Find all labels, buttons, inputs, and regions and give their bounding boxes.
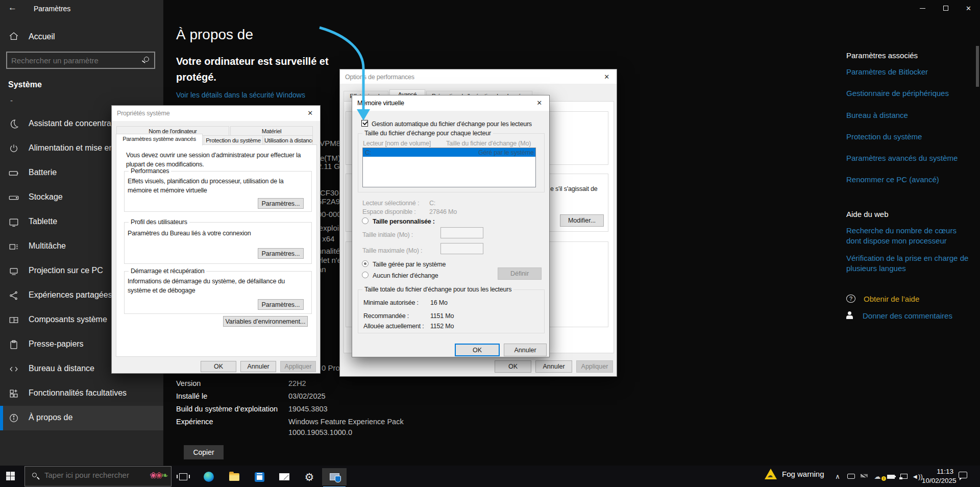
drive-row-selected[interactable]: C: Géré par le système — [363, 148, 535, 157]
spec-value: 19045.3803 — [288, 405, 328, 413]
custom-size-radio[interactable] — [362, 217, 369, 224]
cancel-button[interactable]: Annuler — [240, 361, 276, 372]
close-icon[interactable]: ✕ — [536, 99, 542, 107]
related-link-2[interactable]: Bureau à distance — [846, 110, 971, 120]
taskbar-search-input[interactable] — [44, 471, 136, 479]
system-managed-label[interactable]: Taille gérée par le système — [373, 260, 446, 269]
task-view-button[interactable] — [171, 468, 195, 485]
recommended-label: Recommandée : — [363, 311, 409, 321]
auto-manage-label[interactable]: Gestion automatique du fichier d'échange… — [372, 119, 532, 129]
back-icon[interactable]: ← — [8, 3, 17, 13]
muted-device-icon[interactable] — [857, 473, 871, 480]
sidebar-item-label: Bureau à distance — [29, 364, 94, 373]
close-icon[interactable]: ✕ — [307, 109, 313, 117]
no-paging-file-radio[interactable] — [362, 272, 369, 278]
clipped-text-fragment: ylet n'e — [317, 256, 341, 264]
system-managed-radio[interactable] — [362, 260, 369, 267]
help-link-1[interactable]: Vérification de la prise en charge de pl… — [846, 253, 971, 274]
network-icon[interactable] — [897, 473, 911, 480]
related-link-0[interactable]: Paramètres de Bitlocker — [846, 67, 971, 77]
weather-text: Fog warning — [782, 470, 824, 478]
column-header-size: Taille du fichier d'échange (Mo) — [446, 139, 531, 148]
copy-button[interactable]: Copier — [184, 445, 224, 459]
security-details-link[interactable]: Voir les détails dans la sécurité Window… — [176, 91, 305, 99]
tray-chevron-icon[interactable]: ∧ — [831, 473, 844, 480]
scrollbar-thumb[interactable] — [976, 46, 979, 87]
edge-button[interactable] — [197, 468, 221, 485]
set-button: Définir — [498, 267, 542, 280]
sidebar-item-info[interactable]: À propos de — [0, 406, 163, 430]
settings-search-input[interactable] — [11, 54, 134, 66]
spec-value: Windows Feature Experience Pack — [288, 418, 404, 426]
related-link-4[interactable]: Paramètres avancés du système — [846, 153, 971, 163]
max-size-field — [440, 243, 483, 254]
tab-hardware[interactable]: Matériel — [230, 126, 313, 136]
mail-button[interactable] — [272, 468, 297, 485]
system-properties-titlebar[interactable]: Propriétés système ✕ — [112, 106, 320, 121]
system-app-icon — [330, 473, 339, 480]
clock[interactable]: 11:13 10/02/2025 — [922, 467, 953, 485]
virtual-memory-titlebar[interactable]: Mémoire virtuelle ✕ — [352, 95, 549, 111]
ok-button[interactable]: OK — [201, 361, 236, 372]
settings-button[interactable]: ⚙ — [297, 468, 322, 485]
action-center-icon[interactable] — [959, 472, 967, 478]
related-settings-panel: Paramètres associésParamètres de Bitlock… — [846, 51, 971, 328]
taskbar-search-box[interactable]: ❀❀❧ — [24, 466, 172, 486]
performance-options-titlebar[interactable]: Options de performances ✕ — [340, 69, 617, 84]
onedrive-alert-icon[interactable]: ☁! — [871, 473, 884, 480]
weather-widget[interactable]: ☁ Fog warning — [765, 469, 824, 479]
no-paging-file-label[interactable]: Aucun fichier d'échange — [373, 271, 438, 280]
related-link-1[interactable]: Gestionnaire de périphériques — [846, 88, 971, 99]
related-link-3[interactable]: Protection du système — [846, 132, 971, 142]
window-controls: ✕ — [911, 0, 980, 16]
battery-icon[interactable] — [884, 473, 897, 480]
maximize-button[interactable] — [934, 0, 957, 16]
environment-variables-button[interactable]: Variables d'environnement... — [223, 316, 308, 327]
user-profiles-settings-button[interactable]: Paramètres... — [258, 248, 304, 259]
tab-system-protection[interactable]: Protection du système — [204, 135, 263, 145]
start-button[interactable] — [6, 472, 15, 480]
paging-file-group: Taille du fichier d'échange pour chaque … — [358, 133, 545, 192]
custom-size-label[interactable]: Taille personnalisée : — [373, 217, 435, 226]
warning-icon: ☁ — [765, 469, 777, 479]
tab-advanced-system-settings[interactable]: Paramètres système avancés — [116, 134, 203, 145]
close-icon: ✕ — [966, 5, 971, 12]
spec-label: Expérience — [176, 418, 213, 426]
cancel-button[interactable]: Annuler — [535, 360, 572, 373]
ok-button[interactable]: OK — [455, 344, 500, 356]
feedback-link[interactable]: Donner des commentaires — [846, 311, 971, 320]
drive-listbox[interactable]: C: Géré par le système — [362, 148, 536, 187]
initial-size-label: Taille initiale (Mo) : — [362, 230, 413, 239]
settings-search-box[interactable] — [6, 52, 155, 69]
help-bubble-icon: ? — [846, 295, 855, 303]
mail-icon — [279, 473, 289, 480]
optional-features-icon — [8, 388, 19, 399]
storage-icon — [8, 192, 19, 203]
help-link-0[interactable]: Recherche du nombre de cœurs dont dispos… — [846, 226, 971, 247]
cancel-button[interactable]: Annuler — [504, 344, 547, 356]
system-properties-app-button[interactable] — [322, 468, 347, 485]
store-button[interactable] — [247, 468, 272, 485]
flowers-icon: ❀❀❧ — [150, 470, 167, 481]
get-help-link[interactable]: ?Obtenir de l’aide — [846, 295, 971, 303]
related-link-5[interactable]: Renommer ce PC (avancé) — [846, 175, 971, 185]
sidebar-item-home[interactable]: Accueil — [0, 27, 163, 48]
spacer — [846, 197, 971, 210]
modify-button[interactable]: Modifier... — [560, 214, 604, 227]
startup-settings-button[interactable]: Paramètres... — [258, 299, 304, 310]
file-explorer-button[interactable] — [222, 468, 247, 485]
auto-manage-checkbox[interactable] — [361, 120, 368, 127]
task-view-icon — [179, 473, 187, 480]
sidebar-item-optional-features[interactable]: Fonctionnalités facultatives — [0, 381, 163, 406]
minimize-button[interactable] — [911, 0, 934, 16]
performance-settings-button[interactable]: Paramètres... — [258, 198, 304, 209]
tab-remote[interactable]: Utilisation à distance — [264, 135, 313, 145]
close-icon[interactable]: ✕ — [604, 73, 609, 81]
close-button[interactable]: ✕ — [957, 0, 980, 16]
sidebar-item-label: Stockage — [29, 192, 63, 202]
sidebar-section-title: Système — [8, 80, 42, 89]
total-size-group: Taille totale du fichier d'échange pour … — [358, 289, 545, 333]
group-title: Démarrage et récupération — [129, 267, 206, 275]
touch-keyboard-icon[interactable] — [844, 473, 857, 480]
ok-button[interactable]: OK — [495, 360, 531, 373]
